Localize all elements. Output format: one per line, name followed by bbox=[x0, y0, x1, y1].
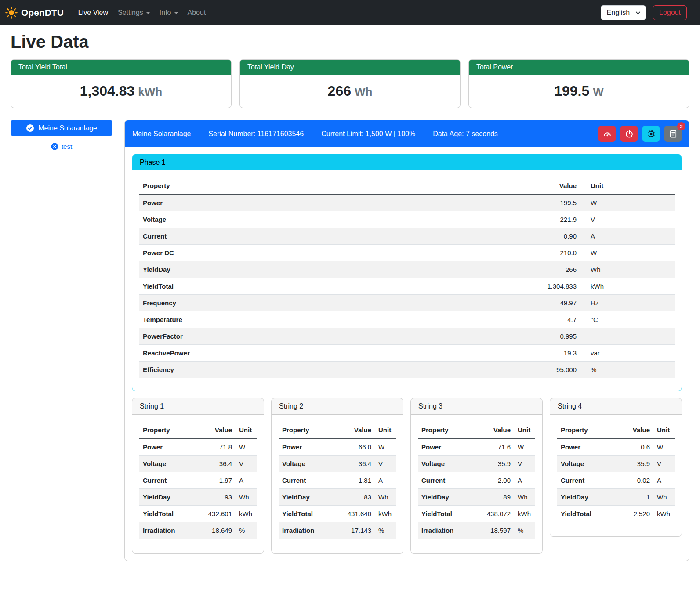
card-unit: kWh bbox=[138, 85, 162, 98]
property-cell: Irradiation bbox=[139, 522, 200, 539]
table-row: Voltage 221.9 V bbox=[139, 211, 675, 228]
phase-card: Phase 1 Property Value Unit bbox=[132, 154, 682, 391]
property-cell: Frequency bbox=[139, 295, 523, 311]
card-title: Total Yield Total bbox=[11, 60, 231, 75]
value-cell: 0.6 bbox=[618, 438, 653, 456]
event-log-button[interactable]: 2 bbox=[664, 126, 682, 142]
string-card-title: String 3 bbox=[411, 398, 542, 415]
inverter-item-test[interactable]: test bbox=[11, 143, 112, 150]
unit-cell: W bbox=[580, 194, 675, 211]
phase-table-head: Property Value Unit bbox=[139, 177, 675, 194]
table-row: Temperature 4.7 °C bbox=[139, 311, 675, 328]
value-cell: 35.9 bbox=[479, 456, 514, 472]
card-title: Total Yield Day bbox=[240, 60, 460, 75]
table-row: YieldDay 93 Wh bbox=[139, 489, 257, 506]
power-button[interactable] bbox=[620, 126, 638, 142]
table-row: ReactivePower 19.3 var bbox=[139, 345, 675, 362]
column-property: Property bbox=[139, 177, 523, 194]
unit-cell: W bbox=[653, 438, 675, 456]
string-4-table: Property Value Unit Power 0 bbox=[557, 422, 675, 522]
string-card-title: String 4 bbox=[550, 398, 682, 415]
summary-cards: Total Yield Total 1,304.83kWh Total Yiel… bbox=[11, 59, 689, 108]
table-row: Voltage 36.4 V bbox=[139, 456, 257, 472]
table-row: Power 199.5 W bbox=[139, 194, 675, 211]
string-card-body: Property Value Unit Power 6 bbox=[272, 415, 403, 553]
value-cell: 83 bbox=[340, 489, 375, 506]
value-cell: 66.0 bbox=[340, 438, 375, 456]
unit-cell: W bbox=[375, 438, 396, 456]
value-cell: 210.0 bbox=[523, 245, 580, 261]
string-2-card: String 2 Property Value Unit bbox=[271, 398, 403, 554]
phase-card-body: Property Value Unit Power 199.5 bbox=[132, 170, 682, 391]
value-cell: 4.7 bbox=[523, 311, 580, 328]
column-value: Value bbox=[340, 422, 375, 438]
unit-cell: kWh bbox=[375, 506, 396, 522]
unit-cell: V bbox=[653, 456, 675, 472]
check-circle-icon bbox=[26, 124, 34, 132]
language-select[interactable]: English bbox=[601, 5, 646, 20]
inverter-panel: Meine Solaranlage Serial Number: 1161716… bbox=[124, 120, 689, 561]
column-value: Value bbox=[618, 422, 653, 438]
property-cell: Power bbox=[139, 194, 523, 211]
chevron-down-icon bbox=[635, 9, 640, 14]
unit-cell: V bbox=[514, 456, 535, 472]
property-cell: YieldTotal bbox=[139, 506, 200, 522]
x-circle-icon bbox=[51, 143, 58, 150]
inverter-select-button[interactable]: Meine Solaranlage bbox=[11, 120, 112, 136]
nav-live-view[interactable]: Live View bbox=[73, 5, 113, 20]
table-row: Current 0.02 A bbox=[557, 472, 675, 489]
brand-label: OpenDTU bbox=[21, 7, 64, 18]
nav-about[interactable]: About bbox=[183, 5, 211, 20]
inverter-panel-header: Meine Solaranlage Serial Number: 1161716… bbox=[125, 120, 689, 147]
language-select-value: English bbox=[607, 9, 630, 16]
value-cell: 1.97 bbox=[200, 472, 236, 489]
property-cell: YieldDay bbox=[557, 489, 618, 506]
unit-cell: Hz bbox=[580, 295, 675, 311]
column-property: Property bbox=[418, 422, 479, 438]
table-row: Power 66.0 W bbox=[279, 438, 396, 456]
card-body: 1,304.83kWh bbox=[11, 75, 231, 108]
table-row: Voltage 35.9 V bbox=[418, 456, 535, 472]
unit-cell: W bbox=[236, 438, 257, 456]
content-row: Meine Solaranlage test Meine Solaranlage… bbox=[11, 120, 689, 561]
brand[interactable]: OpenDTU bbox=[5, 7, 64, 19]
column-unit: Unit bbox=[580, 177, 675, 194]
table-row: Power 0.6 W bbox=[557, 438, 675, 456]
strings-row: String 1 Property Value Unit bbox=[132, 398, 682, 554]
property-cell: YieldTotal bbox=[279, 506, 340, 522]
nav-settings[interactable]: Settings bbox=[113, 5, 155, 20]
unit-cell: % bbox=[514, 522, 535, 539]
table-row: PowerFactor 0.995 bbox=[139, 328, 675, 345]
logout-button[interactable]: Logout bbox=[653, 5, 687, 20]
value-cell: 71.8 bbox=[200, 438, 236, 456]
table-row: Voltage 35.9 V bbox=[557, 456, 675, 472]
card-total-power: Total Power 199.5W bbox=[468, 59, 689, 108]
column-unit: Unit bbox=[653, 422, 675, 438]
events-count-badge: 2 bbox=[677, 122, 685, 130]
device-info-button[interactable] bbox=[642, 126, 660, 142]
table-row: YieldTotal 431.640 kWh bbox=[279, 506, 396, 522]
property-cell: Voltage bbox=[279, 456, 340, 472]
value-cell: 2.00 bbox=[479, 472, 514, 489]
card-total-yield-total: Total Yield Total 1,304.83kWh bbox=[11, 59, 232, 108]
table-row: Power 71.6 W bbox=[418, 438, 535, 456]
inverter-panel-body: Phase 1 Property Value Unit bbox=[125, 147, 689, 561]
column-unit: Unit bbox=[236, 422, 257, 438]
value-cell: 18.649 bbox=[200, 522, 236, 539]
string-3-table: Property Value Unit Power 7 bbox=[418, 422, 535, 539]
string-4-card: String 4 Property Value Unit bbox=[550, 398, 682, 537]
limit-settings-button[interactable] bbox=[598, 126, 616, 142]
property-cell: Current bbox=[279, 472, 340, 489]
unit-cell: A bbox=[236, 472, 257, 489]
property-cell: Power bbox=[279, 438, 340, 456]
property-cell: Voltage bbox=[139, 456, 200, 472]
property-cell: Power bbox=[557, 438, 618, 456]
string-2-table: Property Value Unit Power 6 bbox=[279, 422, 396, 539]
property-cell: Current bbox=[139, 228, 523, 245]
card-body: 266Wh bbox=[240, 75, 460, 108]
value-cell: 17.143 bbox=[340, 522, 375, 539]
table-header-row: Property Value Unit bbox=[139, 422, 257, 438]
string-card-title: String 1 bbox=[132, 398, 264, 415]
nav-links: Live View Settings Info About bbox=[73, 5, 211, 20]
nav-info[interactable]: Info bbox=[155, 5, 183, 20]
